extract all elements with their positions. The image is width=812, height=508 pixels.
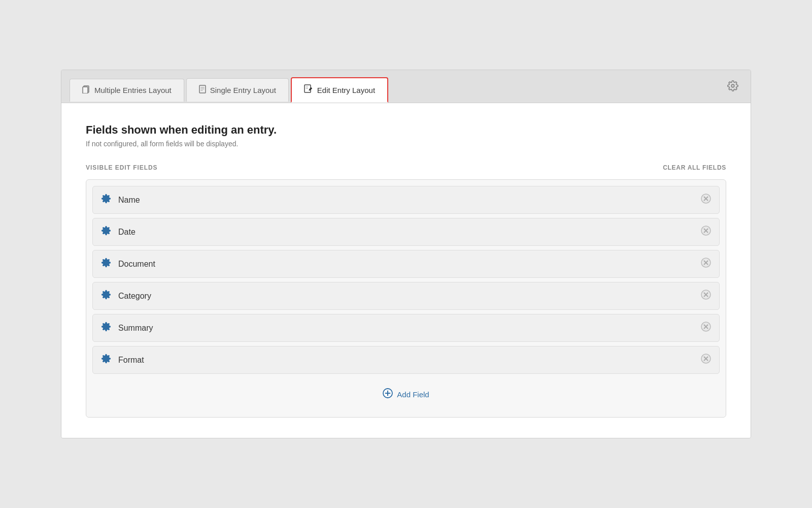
tab-single-entry[interactable]: Single Entry Layout <box>186 78 289 102</box>
app-container: Multiple Entries Layout Single Entry Lay… <box>61 70 751 438</box>
field-gear-icon-name[interactable] <box>101 194 111 206</box>
tab-single-entry-label: Single Entry Layout <box>210 86 276 94</box>
field-label-date: Date <box>118 228 694 237</box>
main-content: Fields shown when editing an entry. If n… <box>61 103 751 438</box>
field-row-document[interactable]: Document <box>92 250 720 278</box>
field-gear-icon-category[interactable] <box>101 290 111 302</box>
add-field-button[interactable]: Add Field <box>92 378 720 411</box>
field-row-date[interactable]: Date <box>92 218 720 246</box>
field-remove-icon-summary[interactable] <box>701 322 711 334</box>
field-label-name: Name <box>118 196 694 205</box>
add-field-icon <box>383 388 393 401</box>
field-gear-icon-format[interactable] <box>101 354 111 366</box>
settings-gear-button[interactable] <box>723 76 742 99</box>
field-label-format: Format <box>118 356 694 365</box>
tab-bar: Multiple Entries Layout Single Entry Lay… <box>61 70 751 103</box>
page-title: Fields shown when editing an entry. <box>86 123 726 137</box>
field-remove-icon-date[interactable] <box>701 226 711 238</box>
field-remove-icon-format[interactable] <box>701 354 711 366</box>
field-row-name[interactable]: Name <box>92 186 720 214</box>
page-subtitle: If not configured, all form fields will … <box>86 140 726 148</box>
clear-all-fields-button[interactable]: CLEAR ALL FIELDS <box>663 164 726 171</box>
add-field-label: Add Field <box>397 390 429 399</box>
field-row-summary[interactable]: Summary <box>92 314 720 342</box>
field-label-document: Document <box>118 260 694 269</box>
tab-edit-entry-label: Edit Entry Layout <box>317 86 375 94</box>
tab-multiple-entries[interactable]: Multiple Entries Layout <box>70 79 184 102</box>
field-gear-icon-document[interactable] <box>101 258 111 270</box>
multiple-entries-icon <box>82 85 90 96</box>
field-label-category: Category <box>118 292 694 301</box>
fields-container: Name Date <box>86 179 726 418</box>
tab-multiple-entries-label: Multiple Entries Layout <box>94 86 172 94</box>
section-header: VISIBLE EDIT FIELDS CLEAR ALL FIELDS <box>86 164 726 171</box>
field-row-category[interactable]: Category <box>92 282 720 310</box>
tab-edit-entry[interactable]: Edit Entry Layout <box>291 77 388 103</box>
field-gear-icon-summary[interactable] <box>101 322 111 334</box>
field-label-summary: Summary <box>118 324 694 333</box>
single-entry-icon <box>199 85 206 96</box>
field-row-format[interactable]: Format <box>92 346 720 374</box>
field-remove-icon-document[interactable] <box>701 258 711 270</box>
svg-rect-1 <box>83 87 88 93</box>
field-remove-icon-category[interactable] <box>701 290 711 302</box>
field-gear-icon-date[interactable] <box>101 226 111 238</box>
visible-edit-fields-label: VISIBLE EDIT FIELDS <box>86 164 158 171</box>
edit-entry-icon <box>304 84 313 96</box>
field-remove-icon-name[interactable] <box>701 194 711 206</box>
